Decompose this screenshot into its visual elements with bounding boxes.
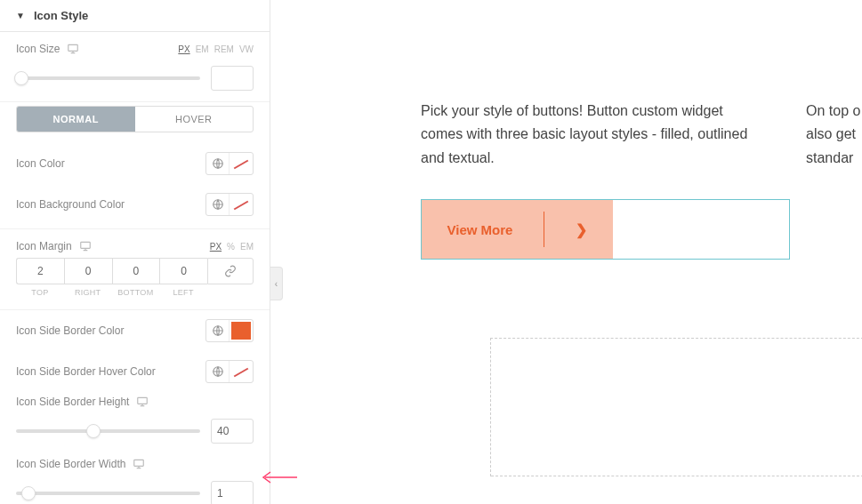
caret-down-icon: ▼ xyxy=(16,11,25,20)
svg-rect-6 xyxy=(138,397,148,404)
control-side-border-hover-color: Icon Side Border Hover Color xyxy=(0,351,270,392)
icon-margin-inputs: TOP RIGHT BOTTOM LEFT xyxy=(0,258,270,297)
section-title: Icon Style xyxy=(34,9,88,22)
side-border-height-input[interactable] xyxy=(211,419,254,444)
collapse-sidebar-button[interactable]: ‹ xyxy=(270,267,283,300)
icon-size-label: Icon Size xyxy=(16,43,60,55)
side-border-color-swatch[interactable] xyxy=(230,320,253,341)
side-border-width-slider[interactable] xyxy=(16,492,200,495)
control-icon-margin-header: Icon Margin PX % EM xyxy=(0,229,270,258)
icon-margin-units[interactable]: PX % EM xyxy=(210,242,254,252)
section-header-icon-style[interactable]: ▼ Icon Style xyxy=(0,0,270,32)
side-border-width-input[interactable] xyxy=(211,481,254,504)
icon-color-label: Icon Color xyxy=(16,157,65,170)
control-side-border-width: Icon Side Border Width xyxy=(0,454,270,504)
state-tabs: NORMAL HOVER xyxy=(16,106,254,132)
preview-button-divider xyxy=(544,212,544,247)
preview-canvas: Pick your style of buttons! Button custo… xyxy=(283,0,862,504)
side-border-height-label: Icon Side Border Height xyxy=(16,396,129,408)
style-sidebar: ▼ Icon Style Icon Size PX EM REM VW NORM… xyxy=(0,0,270,504)
icon-bg-swatch[interactable] xyxy=(230,194,253,215)
svg-rect-7 xyxy=(134,460,144,466)
control-icon-size: Icon Size PX EM REM VW xyxy=(0,32,270,102)
drop-zone[interactable] xyxy=(490,338,862,476)
icon-margin-label: Icon Margin xyxy=(16,240,72,252)
global-color-button[interactable] xyxy=(206,153,230,174)
icon-size-slider[interactable] xyxy=(16,76,200,80)
preview-paragraph-1: Pick your style of buttons! Button custo… xyxy=(421,100,750,170)
side-border-color-label: Icon Side Border Color xyxy=(16,324,124,337)
margin-bottom-input[interactable] xyxy=(112,258,160,284)
side-border-hover-label: Icon Side Border Hover Color xyxy=(16,365,156,378)
side-border-height-slider[interactable] xyxy=(16,429,200,433)
svg-rect-0 xyxy=(68,44,78,51)
global-color-button[interactable] xyxy=(206,194,230,215)
control-side-border-color: Icon Side Border Color xyxy=(0,310,270,351)
icon-size-input[interactable] xyxy=(211,66,254,91)
global-color-button[interactable] xyxy=(206,320,230,341)
side-border-width-label: Icon Side Border Width xyxy=(16,458,125,470)
annotation-arrow xyxy=(260,468,297,486)
icon-size-units[interactable]: PX EM REM VW xyxy=(178,44,254,54)
desktop-icon[interactable] xyxy=(79,240,92,252)
control-icon-bg-color: Icon Background Color xyxy=(0,184,270,229)
svg-rect-3 xyxy=(80,242,90,248)
tab-normal[interactable]: NORMAL xyxy=(17,107,135,132)
link-values-button[interactable] xyxy=(207,258,254,284)
desktop-icon[interactable] xyxy=(133,458,145,470)
preview-button[interactable]: View More ❯ xyxy=(421,199,790,260)
control-side-border-height: Icon Side Border Height xyxy=(0,392,270,454)
chevron-right-icon: ❯ xyxy=(576,221,587,238)
tab-hover[interactable]: HOVER xyxy=(135,107,254,132)
control-icon-color: Icon Color xyxy=(0,143,270,184)
preview-button-label: View More xyxy=(447,222,513,237)
global-color-button[interactable] xyxy=(206,361,230,382)
preview-paragraph-2: On top o also get standar xyxy=(806,100,862,170)
margin-top-input[interactable] xyxy=(16,258,64,284)
margin-right-input[interactable] xyxy=(64,258,112,284)
icon-color-swatch[interactable] xyxy=(230,153,253,174)
side-border-hover-swatch[interactable] xyxy=(230,361,253,382)
desktop-icon[interactable] xyxy=(136,396,149,408)
margin-left-input[interactable] xyxy=(159,258,207,284)
icon-bg-label: Icon Background Color xyxy=(16,198,125,211)
desktop-icon[interactable] xyxy=(67,43,79,55)
